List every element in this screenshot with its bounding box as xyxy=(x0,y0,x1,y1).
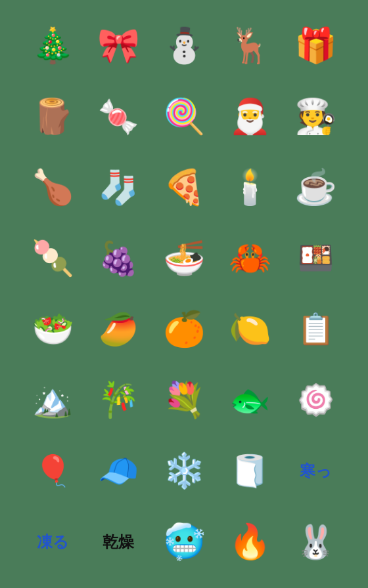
tissue-roll: 🧻 xyxy=(217,436,283,507)
roast-chicken: 🍗 xyxy=(20,152,85,223)
pizza: 🍕 xyxy=(151,152,217,223)
cold-text-sticker: 寒っ xyxy=(283,436,348,507)
candle: 🕯️ xyxy=(217,152,283,223)
wreath: 🎀 xyxy=(85,10,151,81)
osechi-box: 🍱 xyxy=(283,223,348,294)
salad-bowl: 🥗 xyxy=(20,294,85,365)
balloons: 🎈 xyxy=(20,436,85,507)
christmas-tree: 🎄 xyxy=(20,10,85,81)
candy-cane: 🍬 xyxy=(85,81,151,152)
white-rabbit: 🐰 xyxy=(283,507,348,578)
rice-dumpling: 🍡 xyxy=(20,223,85,294)
gingerbread-man: 🧑‍🍳 xyxy=(283,81,348,152)
reindeer: 🦌 xyxy=(217,10,283,81)
papaya-fruit: 🥭 xyxy=(85,294,151,365)
candy-swirl: 🍭 xyxy=(151,81,217,152)
yuzu-lemon: 🍋 xyxy=(217,294,283,365)
cold-kanji: 寒っ xyxy=(300,463,332,479)
notepad: 📋 xyxy=(283,294,348,365)
campfire: 🔥 xyxy=(217,507,283,578)
santa: 🎅 xyxy=(217,81,283,152)
kagami-mochi: 🍥 xyxy=(283,365,348,436)
hot-cocoa: ☕ xyxy=(283,152,348,223)
yule-log: 🪵 xyxy=(20,81,85,152)
cold-face: 🥶 xyxy=(151,507,217,578)
dry-kanji: 乾燥 xyxy=(103,534,134,550)
noodle-bowl: 🍜 xyxy=(151,223,217,294)
mangosteen: 🍇 xyxy=(85,223,151,294)
snowflake: ❄️ xyxy=(151,436,217,507)
bamboo-plant: 🎋 xyxy=(85,365,151,436)
freeze-text-sticker: 凍る xyxy=(20,507,85,578)
dry-text-sticker: 乾燥 xyxy=(85,507,151,578)
gift: 🎁 xyxy=(283,10,348,81)
snowman: ⛄ xyxy=(151,10,217,81)
freeze-kanji: 凍る xyxy=(37,534,69,550)
snowy-mountain: 🏔️ xyxy=(20,365,85,436)
king-crab: 🦀 xyxy=(217,223,283,294)
flower-arrangement: 💐 xyxy=(151,365,217,436)
orange-fruit: 🍊 xyxy=(151,294,217,365)
red-beanie-hat: 🧢 xyxy=(85,436,151,507)
red-sea-bream: 🐟 xyxy=(217,365,283,436)
christmas-stocking: 🧦 xyxy=(85,152,151,223)
emoji-grid: 🎄 🎀 ⛄ 🦌 🎁 🪵 🍬 🍭 🎅 🧑‍🍳 🍗 🧦 🍕 🕯️ ☕ 🍡 🍇 🍜 🦀… xyxy=(14,5,354,583)
